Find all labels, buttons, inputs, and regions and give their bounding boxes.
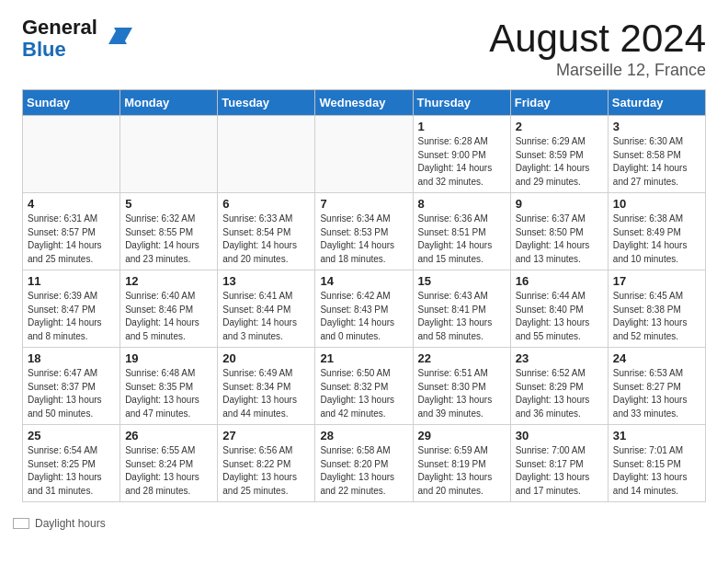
calendar-cell: 3Sunrise: 6:30 AM Sunset: 8:58 PM Daylig… — [608, 116, 705, 193]
title-block: August 2024 Marseille 12, France — [489, 17, 706, 80]
calendar-cell — [23, 116, 120, 193]
logo-blue: Blue — [22, 38, 66, 61]
day-info: Sunrise: 6:55 AM Sunset: 8:24 PM Dayligh… — [125, 444, 212, 498]
day-info: Sunrise: 6:43 AM Sunset: 8:41 PM Dayligh… — [418, 290, 506, 343]
calendar-cell: 19Sunrise: 6:48 AM Sunset: 8:35 PM Dayli… — [120, 348, 218, 425]
calendar-cell: 12Sunrise: 6:40 AM Sunset: 8:46 PM Dayli… — [120, 270, 218, 348]
calendar-cell: 25Sunrise: 6:54 AM Sunset: 8:25 PM Dayli… — [23, 425, 120, 502]
day-info: Sunrise: 6:54 AM Sunset: 8:25 PM Dayligh… — [28, 444, 115, 498]
logo: General Blue — [22, 17, 134, 61]
calendar-cell: 17Sunrise: 6:45 AM Sunset: 8:38 PM Dayli… — [608, 270, 705, 348]
day-info: Sunrise: 6:38 AM Sunset: 8:49 PM Dayligh… — [613, 213, 700, 266]
calendar-cell: 20Sunrise: 6:49 AM Sunset: 8:34 PM Dayli… — [218, 348, 315, 425]
calendar-cell: 31Sunrise: 7:01 AM Sunset: 8:15 PM Dayli… — [608, 425, 705, 502]
day-number: 8 — [418, 197, 506, 211]
calendar-cell: 5Sunrise: 6:32 AM Sunset: 8:55 PM Daylig… — [120, 193, 218, 270]
day-info: Sunrise: 6:34 AM Sunset: 8:53 PM Dayligh… — [320, 213, 407, 266]
calendar-cell: 11Sunrise: 6:39 AM Sunset: 8:47 PM Dayli… — [23, 270, 120, 348]
day-info: Sunrise: 6:29 AM Sunset: 8:59 PM Dayligh… — [516, 135, 603, 189]
calendar-cell: 14Sunrise: 6:42 AM Sunset: 8:43 PM Dayli… — [315, 270, 413, 348]
day-info: Sunrise: 6:50 AM Sunset: 8:32 PM Dayligh… — [320, 367, 407, 420]
calendar-cell: 8Sunrise: 6:36 AM Sunset: 8:51 PM Daylig… — [413, 193, 510, 270]
dow-header: Thursday — [413, 90, 510, 116]
day-number: 12 — [125, 274, 212, 288]
day-info: Sunrise: 6:53 AM Sunset: 8:27 PM Dayligh… — [613, 367, 700, 420]
day-number: 11 — [28, 274, 115, 288]
day-number: 5 — [125, 197, 212, 211]
calendar-cell: 13Sunrise: 6:41 AM Sunset: 8:44 PM Dayli… — [218, 270, 315, 348]
day-number: 4 — [28, 197, 115, 211]
day-info: Sunrise: 6:30 AM Sunset: 8:58 PM Dayligh… — [613, 135, 700, 189]
daylight-box — [13, 518, 29, 529]
dow-header: Friday — [510, 90, 608, 116]
calendar-cell: 9Sunrise: 6:37 AM Sunset: 8:50 PM Daylig… — [510, 193, 608, 270]
day-number: 1 — [418, 120, 506, 133]
footer: Daylight hours — [0, 510, 728, 537]
day-info: Sunrise: 6:36 AM Sunset: 8:51 PM Dayligh… — [418, 213, 506, 266]
day-info: Sunrise: 6:37 AM Sunset: 8:50 PM Dayligh… — [516, 213, 603, 266]
day-info: Sunrise: 6:52 AM Sunset: 8:29 PM Dayligh… — [516, 367, 603, 420]
day-number: 14 — [320, 274, 407, 288]
calendar-cell: 10Sunrise: 6:38 AM Sunset: 8:49 PM Dayli… — [608, 193, 705, 270]
day-number: 20 — [222, 351, 310, 365]
day-number: 15 — [418, 274, 506, 288]
day-number: 17 — [613, 274, 700, 288]
day-number: 30 — [516, 429, 603, 442]
calendar-week-row: 25Sunrise: 6:54 AM Sunset: 8:25 PM Dayli… — [23, 425, 706, 502]
calendar-cell — [218, 116, 315, 193]
day-info: Sunrise: 6:33 AM Sunset: 8:54 PM Dayligh… — [222, 213, 310, 266]
day-info: Sunrise: 6:41 AM Sunset: 8:44 PM Dayligh… — [222, 290, 310, 343]
day-info: Sunrise: 6:32 AM Sunset: 8:55 PM Dayligh… — [125, 213, 212, 266]
calendar-cell: 2Sunrise: 6:29 AM Sunset: 8:59 PM Daylig… — [510, 116, 608, 193]
day-number: 28 — [320, 429, 407, 442]
calendar-table: SundayMondayTuesdayWednesdayThursdayFrid… — [22, 89, 706, 502]
calendar-cell: 29Sunrise: 6:59 AM Sunset: 8:19 PM Dayli… — [413, 425, 510, 502]
calendar-cell: 27Sunrise: 6:56 AM Sunset: 8:22 PM Dayli… — [218, 425, 315, 502]
calendar-cell: 6Sunrise: 6:33 AM Sunset: 8:54 PM Daylig… — [218, 193, 315, 270]
day-number: 25 — [28, 429, 115, 442]
calendar-cell: 28Sunrise: 6:58 AM Sunset: 8:20 PM Dayli… — [315, 425, 413, 502]
footer-label: Daylight hours — [35, 517, 106, 530]
day-number: 29 — [418, 429, 506, 442]
calendar-week-row: 18Sunrise: 6:47 AM Sunset: 8:37 PM Dayli… — [23, 348, 706, 425]
day-number: 2 — [516, 120, 603, 133]
day-info: Sunrise: 6:51 AM Sunset: 8:30 PM Dayligh… — [418, 367, 506, 420]
day-number: 21 — [320, 351, 407, 365]
calendar-wrap: SundayMondayTuesdayWednesdayThursdayFrid… — [0, 89, 728, 510]
calendar-cell: 22Sunrise: 6:51 AM Sunset: 8:30 PM Dayli… — [413, 348, 510, 425]
dow-header: Monday — [120, 90, 218, 116]
day-info: Sunrise: 6:59 AM Sunset: 8:19 PM Dayligh… — [418, 444, 506, 498]
day-info: Sunrise: 7:01 AM Sunset: 8:15 PM Dayligh… — [613, 444, 700, 498]
day-info: Sunrise: 6:42 AM Sunset: 8:43 PM Dayligh… — [320, 290, 407, 343]
day-info: Sunrise: 6:31 AM Sunset: 8:57 PM Dayligh… — [28, 213, 115, 266]
calendar-cell: 21Sunrise: 6:50 AM Sunset: 8:32 PM Dayli… — [315, 348, 413, 425]
day-info: Sunrise: 6:48 AM Sunset: 8:35 PM Dayligh… — [125, 367, 212, 420]
calendar-cell: 18Sunrise: 6:47 AM Sunset: 8:37 PM Dayli… — [23, 348, 120, 425]
day-info: Sunrise: 6:49 AM Sunset: 8:34 PM Dayligh… — [222, 367, 310, 420]
calendar-cell: 23Sunrise: 6:52 AM Sunset: 8:29 PM Dayli… — [510, 348, 608, 425]
calendar-cell: 16Sunrise: 6:44 AM Sunset: 8:40 PM Dayli… — [510, 270, 608, 348]
day-info: Sunrise: 7:00 AM Sunset: 8:17 PM Dayligh… — [516, 444, 603, 498]
logo-icon — [101, 18, 134, 52]
day-number: 31 — [613, 429, 700, 442]
day-info: Sunrise: 6:56 AM Sunset: 8:22 PM Dayligh… — [222, 444, 310, 498]
calendar-cell: 7Sunrise: 6:34 AM Sunset: 8:53 PM Daylig… — [315, 193, 413, 270]
calendar-week-row: 11Sunrise: 6:39 AM Sunset: 8:47 PM Dayli… — [23, 270, 706, 348]
day-number: 27 — [222, 429, 310, 442]
dow-header: Saturday — [608, 90, 705, 116]
calendar-body: 1Sunrise: 6:28 AM Sunset: 9:00 PM Daylig… — [23, 116, 706, 502]
day-info: Sunrise: 6:45 AM Sunset: 8:38 PM Dayligh… — [613, 290, 700, 343]
day-number: 22 — [418, 351, 506, 365]
day-number: 18 — [28, 351, 115, 365]
calendar-cell — [120, 116, 218, 193]
day-number: 13 — [222, 274, 310, 288]
location-title: Marseille 12, France — [489, 61, 706, 80]
dow-header: Sunday — [23, 90, 120, 116]
dow-header: Tuesday — [218, 90, 315, 116]
day-number: 9 — [516, 197, 603, 211]
month-title: August 2024 — [489, 17, 706, 61]
calendar-cell: 4Sunrise: 6:31 AM Sunset: 8:57 PM Daylig… — [23, 193, 120, 270]
day-number: 26 — [125, 429, 212, 442]
day-info: Sunrise: 6:44 AM Sunset: 8:40 PM Dayligh… — [516, 290, 603, 343]
dow-header: Wednesday — [315, 90, 413, 116]
